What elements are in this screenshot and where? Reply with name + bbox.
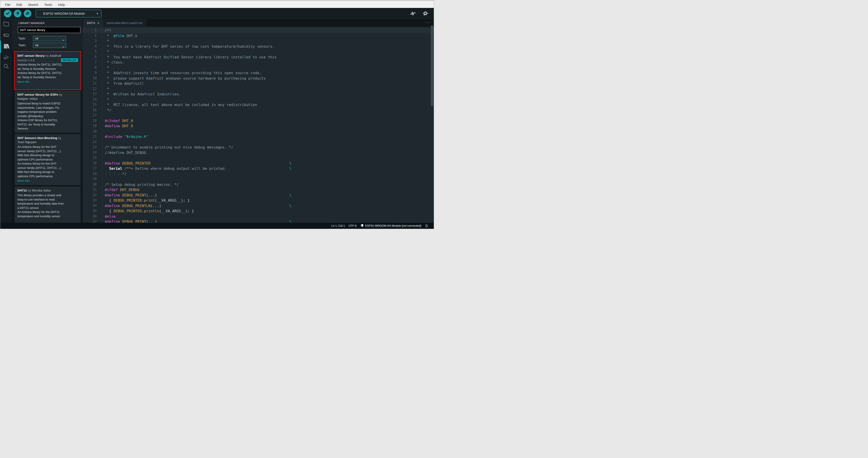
- cursor-position[interactable]: Ln 1, Col 1: [331, 224, 345, 227]
- code-line: 6 * You must have Adafruit Unified Senso…: [83, 55, 434, 60]
- board-status[interactable]: ESP32-WROOM-DA Module [not connected]: [360, 224, 421, 228]
- code-line: 1 /*!: [83, 28, 434, 33]
- line-number: 14: [83, 97, 103, 103]
- line-number: 9: [83, 70, 103, 76]
- library-entry-description: Arduino library for DHT11, DHT22,etc Tem…: [18, 63, 78, 79]
- arrow-right-icon: [15, 11, 20, 17]
- menu-sketch[interactable]: Sketch: [25, 3, 41, 6]
- code-line: 26 #define DEBUG_PRINTER\: [83, 161, 434, 166]
- code-line: 8 *: [83, 65, 434, 70]
- close-icon[interactable]: ×: [97, 21, 99, 25]
- line-number: 15: [83, 102, 103, 108]
- serial-plotter-icon[interactable]: [410, 10, 416, 17]
- upload-button[interactable]: [14, 10, 22, 18]
- panel-title: LIBRARY MANAGER: [18, 22, 44, 24]
- line-number: 3: [83, 38, 103, 44]
- toolbar: ESP32-WROOM-DA Module ▾: [0, 8, 434, 19]
- more-info-link[interactable]: More info: [18, 132, 78, 133]
- code-line: 34 #define DEBUG_PRINTLN(...)\: [83, 203, 434, 209]
- sidebar-item-search[interactable]: [3, 63, 9, 69]
- folder-icon: [3, 24, 9, 28]
- serial-monitor-icon[interactable]: [422, 10, 428, 17]
- code-line: 4 * This is a library for DHT series of …: [83, 44, 434, 49]
- line-number: 6: [83, 55, 103, 60]
- main-area: LIBRARY MANAGER Type: All Topic: All DHT…: [0, 19, 434, 223]
- sidebar-item-library-manager[interactable]: [3, 43, 9, 49]
- line-number: 1: [83, 28, 103, 33]
- code-line: 32 #define DEBUG_PRINT(...)\: [83, 193, 434, 198]
- library-entry[interactable]: DHT sensor library for ESPx by beegee_to…: [15, 91, 81, 133]
- editor-vertical-scrollbar[interactable]: [431, 26, 433, 106]
- board-selector[interactable]: ESP32-WROOM-DA Module ▾: [36, 10, 101, 18]
- code-line: 14 *: [83, 97, 434, 103]
- chevron-down-icon: ▾: [97, 12, 98, 15]
- line-number: 28: [83, 171, 103, 177]
- line-number: 29: [83, 176, 103, 182]
- code-line: 12 *: [83, 86, 434, 92]
- library-entry-description: An Arduino library for the DHTsensor fam…: [18, 145, 78, 178]
- line-number: 33: [83, 198, 103, 203]
- line-number: 4: [83, 44, 103, 49]
- code-line: 2 * @file DHT.h: [83, 33, 434, 39]
- line-number: 20: [83, 129, 103, 134]
- board-selector-label: ESP32-WROOM-DA Module: [43, 12, 85, 16]
- line-number: 17: [83, 113, 103, 118]
- code-editor[interactable]: 1 /*! 2 * @file DHT.h 3 * 4 * This is a …: [83, 27, 434, 223]
- code-line: 36 #else: [83, 214, 434, 219]
- line-number: 30: [83, 182, 103, 188]
- sidebar-item-debug[interactable]: [3, 54, 9, 60]
- notifications-bell-icon[interactable]: [425, 224, 428, 228]
- debug-button[interactable]: [24, 10, 31, 18]
- code-line: 13 * Written by Adafruit Industries.: [83, 91, 434, 97]
- line-number: 23: [83, 145, 103, 150]
- code-line: 3 *: [83, 38, 434, 44]
- verify-button[interactable]: [4, 10, 11, 18]
- debugside-icon: [3, 57, 9, 61]
- editor-tab[interactable]: hardcoded-dht22-esp32.ino: [103, 19, 146, 27]
- code-line: 5 *: [83, 49, 434, 55]
- library-entry-title: DHT sensor library by Adafruit: [18, 54, 78, 58]
- code-line: 29: [83, 176, 434, 182]
- editor-tabbar: DHT.h × hardcoded-dht22-esp32.ino ···: [83, 19, 434, 27]
- more-info-link[interactable]: More info: [18, 80, 78, 83]
- active-tab-indicator: [0, 41, 1, 53]
- editor-more-actions-button[interactable]: ···: [425, 21, 431, 25]
- line-number: 36: [83, 214, 103, 219]
- menu-help[interactable]: Help: [55, 3, 68, 6]
- line-number: 5: [83, 49, 103, 55]
- line-number: 13: [83, 91, 103, 97]
- filter-label-0: Type:: [18, 37, 26, 40]
- editor-tab-label: hardcoded-dht22-esp32.ino: [106, 21, 143, 25]
- library-entry[interactable]: DHT sensor library by AdafruitVersion 1.…: [14, 51, 81, 90]
- filter-select-1[interactable]: All: [33, 43, 66, 48]
- encoding-indicator[interactable]: UTF-8: [349, 224, 356, 227]
- editor-tab[interactable]: DHT.h ×: [83, 19, 103, 27]
- search-icon: [3, 66, 9, 70]
- library-entry[interactable]: DHT11 by Dhruba SahaThis library provide…: [15, 187, 81, 223]
- menu-edit[interactable]: Edit: [13, 3, 25, 6]
- line-number: 22: [83, 140, 103, 145]
- code-line: 31 #ifdef DHT_DEBUG: [83, 187, 434, 193]
- menu-file[interactable]: File: [2, 3, 13, 6]
- filter-select-0[interactable]: All: [33, 36, 66, 41]
- code-line: 17: [83, 113, 434, 118]
- filter-value-0: All: [35, 37, 38, 40]
- sidebar-item-sketchbook[interactable]: [3, 21, 9, 27]
- library-search-input[interactable]: [18, 27, 81, 33]
- library-entry[interactable]: DHT Sensors Non-Blocking by Toan NguyenA…: [15, 134, 81, 185]
- more-info-link[interactable]: More info: [18, 179, 78, 182]
- code-line: 15 * MIT license, all text above must be…: [83, 102, 434, 108]
- status-bar: Ln 1, Col 1 UTF-8 ESP32-WROOM-DA Module …: [0, 223, 434, 229]
- code-line: 18 #ifndef DHT_H: [83, 118, 434, 124]
- debug-play-icon: [25, 11, 30, 17]
- code-line: 21 #include "Arduino.h": [83, 134, 434, 140]
- sidebar-item-boards-manager[interactable]: [3, 32, 9, 38]
- line-number: 26: [83, 161, 103, 166]
- filter-value-1: All: [35, 44, 38, 47]
- library-manager-panel: LIBRARY MANAGER Type: All Topic: All DHT…: [12, 19, 83, 223]
- code-line: 28 │ │ │ │ */: [83, 171, 434, 177]
- code-line: 7 * class.: [83, 60, 434, 65]
- menu-tools[interactable]: Tools: [41, 3, 55, 6]
- check-icon: [5, 11, 10, 17]
- editor-area[interactable]: DHT.h × hardcoded-dht22-esp32.ino ··· 1 …: [83, 19, 434, 223]
